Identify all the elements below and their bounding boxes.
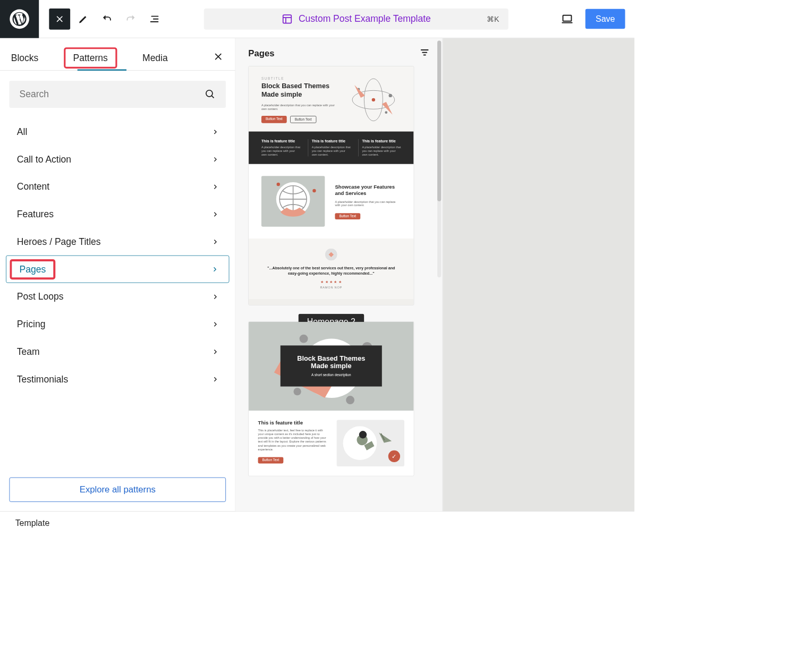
chevron-right-icon [213, 181, 218, 192]
pattern-preview-1[interactable]: SUBTITLE Block Based Themes Made simple … [248, 66, 414, 305]
chevron-right-icon [213, 209, 218, 220]
pattern-category-list: All Call to Action Content Features Hero… [0, 118, 235, 468]
chevron-right-icon [213, 346, 218, 358]
editor-canvas[interactable] [443, 38, 634, 512]
svg-point-9 [385, 111, 387, 114]
chevron-right-icon [213, 126, 218, 138]
edit-button[interactable] [73, 8, 94, 30]
testimonial-avatar [325, 249, 337, 260]
pencil-icon [78, 13, 89, 24]
undo-button[interactable] [96, 8, 117, 30]
layout-icon [282, 13, 293, 24]
template-title-bar[interactable]: Custom Post Example Template ⌘K [204, 8, 508, 30]
check-badge-icon: ✓ [388, 450, 400, 462]
category-post-loops[interactable]: Post Loops [6, 283, 229, 311]
top-toolbar: Custom Post Example Template ⌘K Save [0, 0, 634, 38]
svg-point-21 [359, 431, 367, 438]
svg-point-6 [372, 98, 375, 101]
hero-illustration [346, 76, 401, 123]
redo-icon [125, 13, 137, 24]
close-editor-button[interactable] [49, 8, 70, 30]
category-pages[interactable]: Pages [6, 256, 229, 283]
redo-button[interactable] [120, 8, 141, 30]
device-icon [561, 12, 574, 25]
svg-point-8 [389, 94, 392, 97]
svg-point-16 [300, 334, 308, 343]
category-team[interactable]: Team [6, 338, 229, 365]
tab-underline [78, 70, 126, 71]
chevron-right-icon [213, 291, 218, 302]
template-title: Custom Post Example Template [299, 13, 431, 24]
tab-blocks[interactable]: Blocks [10, 46, 40, 70]
view-button[interactable] [557, 8, 578, 30]
close-icon [213, 52, 223, 62]
category-all[interactable]: All [6, 118, 229, 146]
pattern-search[interactable] [10, 81, 226, 108]
svg-point-13 [312, 189, 316, 192]
category-content[interactable]: Content [6, 173, 229, 201]
showcase-illustration [261, 176, 325, 227]
scrollbar-thumb[interactable] [437, 40, 441, 201]
chevron-right-icon [213, 154, 218, 165]
chevron-right-icon [212, 263, 218, 275]
list-icon [149, 13, 160, 24]
undo-icon [101, 13, 113, 24]
wordpress-icon [10, 9, 29, 29]
chevron-right-icon [213, 319, 218, 330]
scrollbar[interactable] [437, 40, 441, 277]
chevron-right-icon [213, 236, 218, 248]
category-heroes[interactable]: Heroes / Page Titles [6, 228, 229, 256]
close-inserter-button[interactable] [213, 52, 223, 65]
wordpress-logo[interactable] [0, 0, 39, 38]
svg-point-18 [346, 396, 354, 404]
filter-button[interactable] [420, 47, 430, 59]
pattern-preview-2[interactable]: Block Based Themes Made simple A short s… [248, 321, 414, 476]
svg-point-12 [277, 183, 280, 186]
svg-point-19 [293, 388, 301, 395]
tab-media[interactable]: Media [141, 46, 169, 70]
document-overview-button[interactable] [144, 8, 165, 30]
category-call-to-action[interactable]: Call to Action [6, 146, 229, 173]
close-icon [55, 14, 64, 24]
svg-point-3 [206, 90, 213, 97]
svg-rect-1 [283, 15, 292, 23]
category-testimonials[interactable]: Testimonials [6, 365, 229, 393]
bottom-breadcrumb-bar: Template [0, 511, 634, 535]
svg-rect-2 [563, 15, 572, 21]
pattern-preview-panel: Pages SUBTITLE Block Based Themes Made s… [235, 38, 443, 512]
search-input[interactable] [20, 89, 205, 100]
breadcrumb[interactable]: Template [15, 518, 50, 528]
tab-patterns[interactable]: Patterns [64, 47, 117, 69]
category-features[interactable]: Features [6, 200, 229, 228]
inserter-sidebar: Blocks Patterns Media All Call to Action… [0, 38, 235, 512]
chevron-right-icon [213, 373, 218, 385]
explore-all-patterns-button[interactable]: Explore all patterns [10, 478, 226, 502]
save-button[interactable]: Save [586, 9, 625, 29]
command-shortcut: ⌘K [487, 14, 499, 24]
feature-illustration: ✓ [337, 420, 404, 466]
filter-icon [420, 47, 430, 57]
search-icon [205, 89, 216, 100]
category-title: Pages [248, 48, 274, 58]
category-pricing[interactable]: Pricing [6, 310, 229, 338]
inserter-tabs: Blocks Patterns Media [0, 38, 235, 71]
